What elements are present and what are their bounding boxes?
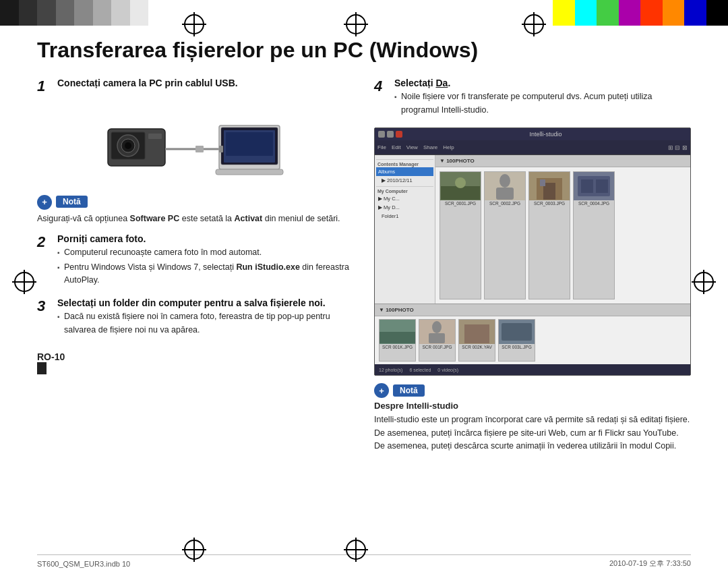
ss-main: ▼ 100PHOTO SCR_0001.JPG bbox=[435, 155, 690, 304]
svg-point-32 bbox=[432, 321, 442, 333]
page-number-bar bbox=[37, 362, 47, 374]
ss-maximize[interactable] bbox=[387, 131, 394, 138]
ss-bt-4-label: SCR 003L.JPG bbox=[500, 344, 533, 350]
file-info-right: 2010-07-19 오후 7:33:50 bbox=[609, 558, 691, 569]
ss-bt-4-img bbox=[499, 320, 535, 344]
ss-close[interactable] bbox=[396, 131, 402, 138]
step-4-number: 4 bbox=[374, 78, 389, 95]
ss-sidebar-folder[interactable]: Folder1 bbox=[376, 212, 433, 221]
intelli-studio-screenshot: Intelli-studio File Edit View Share Help… bbox=[374, 127, 691, 376]
ss-thumb-1[interactable]: SCR_0001.JPG bbox=[439, 171, 481, 299]
reg-mark-right bbox=[692, 270, 716, 294]
ss-icons: ⊞ ⊟ ⊠ bbox=[668, 144, 688, 151]
svg-point-17 bbox=[455, 177, 466, 188]
ss-thumb-4-img bbox=[574, 172, 614, 200]
note-box-2: + Notă Despre Intelli-studio Intelli-stu… bbox=[374, 382, 691, 453]
swatch-gray4 bbox=[111, 0, 130, 26]
ss-titlebar: Intelli-studio bbox=[375, 128, 690, 140]
svg-point-19 bbox=[499, 174, 510, 188]
swatch-red bbox=[640, 0, 663, 26]
ss-sidebar-myd[interactable]: ▶ My D... bbox=[376, 203, 433, 212]
ss-menu-share[interactable]: Share bbox=[423, 144, 437, 150]
ss-bt-1-label: SCR 001K.JPG bbox=[381, 344, 414, 350]
note-icon-2: + bbox=[374, 383, 389, 398]
camera-illustration bbox=[37, 105, 354, 186]
swatch-magenta bbox=[619, 0, 641, 26]
ss-bt-3[interactable]: SCR 002K.YAV bbox=[458, 319, 495, 362]
swatch-yellow bbox=[553, 0, 575, 26]
swatch-light bbox=[130, 0, 149, 26]
ss-status-selected: 6 selected bbox=[409, 368, 431, 372]
step-3: 3 Selectați un folder din computer pentr… bbox=[37, 297, 354, 338]
ss-thumb-3-img bbox=[529, 172, 570, 200]
ss-menu-view[interactable]: View bbox=[406, 144, 418, 150]
step-3-bullet-1: Dacă nu există fișiere noi în camera fot… bbox=[57, 310, 354, 337]
right-column: 4 Selectați Da. Noile fișiere vor fi tra… bbox=[374, 78, 691, 461]
step-2-bullet-1: Computerul recunoaște camera foto în mod… bbox=[57, 246, 354, 259]
swatch-black bbox=[0, 0, 19, 26]
two-column-layout: 1 Conectați camera la PC prin cablul USB… bbox=[37, 78, 691, 461]
ss-sidebar-date[interactable]: ▶ 2010/12/11 bbox=[376, 176, 433, 185]
ss-menu-edit[interactable]: Edit bbox=[392, 144, 401, 150]
swatch-orange bbox=[663, 0, 685, 26]
ss-bt-2[interactable]: SCR 001F.JPG bbox=[419, 319, 456, 362]
step-3-title: Selectați un folder din computer pentru … bbox=[57, 297, 354, 308]
step-2-bullet-2: Pentru Windows Vista și Windows 7, selec… bbox=[57, 261, 354, 287]
svg-rect-13 bbox=[216, 169, 283, 175]
ss-bt-3-img bbox=[459, 320, 495, 344]
ss-bottom: ▼ 100PHOTO SCR 001K.JPG SCR bbox=[375, 304, 690, 364]
ss-sidebar-albums[interactable]: Albums bbox=[376, 167, 433, 176]
ss-menu-help[interactable]: Help bbox=[443, 144, 454, 150]
page-number-text: RO-10 bbox=[37, 351, 354, 362]
note-label-row-2: + Notă bbox=[374, 382, 691, 398]
ss-thumb-1-img bbox=[440, 172, 481, 200]
step-4-title: Selectați Da. bbox=[394, 78, 691, 88]
step-3-number: 3 bbox=[37, 297, 52, 315]
file-info-left: ST600_QSM_EUR3.indb 10 bbox=[37, 560, 130, 568]
note-text-1: Asigurați-vă că opțiunea Software PC est… bbox=[37, 212, 340, 225]
reg-mark-top-left bbox=[182, 12, 206, 36]
ss-bt-3-label: SCR 002K.YAV bbox=[460, 344, 493, 350]
ss-toolbar: File Edit View Share Help ⊞ ⊟ ⊠ bbox=[375, 140, 690, 155]
note-label-row-1: + Notă bbox=[37, 194, 340, 210]
ss-bottom-thumbs: SCR 001K.JPG SCR 001F.JPG bbox=[375, 316, 690, 364]
svg-rect-33 bbox=[429, 333, 445, 343]
ss-title: Intelli-studio bbox=[404, 131, 687, 138]
swatch-dark1 bbox=[19, 0, 38, 26]
ss-bt-4[interactable]: SCR 003L.JPG bbox=[498, 319, 535, 362]
swatch-black2 bbox=[706, 0, 729, 26]
step-1-content: Conectați camera la PC prin cablul USB. bbox=[57, 78, 354, 90]
ss-thumb-4-label: SCR_0004.JPG bbox=[577, 200, 611, 206]
reg-mark-bottom-left bbox=[182, 538, 206, 562]
step-2: 2 Porniți camera foto. Computerul recuno… bbox=[37, 233, 354, 288]
ss-bt-1-img bbox=[380, 320, 415, 344]
note2-subtitle: Despre Intelli-studio bbox=[374, 401, 691, 411]
ss-sidebar-myc[interactable]: ▶ My C... bbox=[376, 194, 433, 203]
svg-rect-27 bbox=[581, 179, 593, 193]
ss-sidebar: Contents Manager Albums ▶ 2010/12/11 My … bbox=[375, 155, 435, 304]
svg-rect-24 bbox=[540, 179, 545, 186]
ss-menu-file[interactable]: File bbox=[377, 144, 386, 150]
ss-status-photos: 12 photo(s) bbox=[379, 368, 402, 372]
page-number-area: RO-10 bbox=[37, 351, 354, 374]
svg-rect-7 bbox=[195, 146, 204, 152]
ss-thumb-4[interactable]: SCR_0004.JPG bbox=[573, 171, 615, 299]
step-2-title: Porniți camera foto. bbox=[57, 233, 354, 244]
ss-thumb-3[interactable]: SCR_0003.JPG bbox=[528, 171, 570, 299]
ss-sidebar-section-contents: Contents Manager bbox=[376, 159, 433, 167]
svg-rect-5 bbox=[148, 134, 162, 139]
svg-rect-14 bbox=[219, 146, 223, 152]
camera-usb-svg bbox=[101, 109, 290, 183]
ss-body: Contents Manager Albums ▶ 2010/12/11 My … bbox=[375, 155, 690, 304]
ss-minimize[interactable] bbox=[378, 131, 385, 138]
ss-bottom-bar: ▼ 100PHOTO bbox=[375, 304, 690, 316]
svg-rect-35 bbox=[464, 324, 489, 343]
note-badge-1: Notă bbox=[56, 196, 88, 208]
note-box-1: + Notă Asigurați-vă că opțiunea Software… bbox=[37, 194, 354, 225]
svg-rect-30 bbox=[380, 332, 415, 343]
ss-thumb-2[interactable]: SCR_0002.JPG bbox=[484, 171, 526, 299]
swatch-gray2 bbox=[74, 0, 93, 26]
ss-thumb-2-label: SCR_0002.JPG bbox=[488, 200, 522, 206]
ss-bt-1[interactable]: SCR 001K.JPG bbox=[379, 319, 416, 362]
ss-thumbnails-top: SCR_0001.JPG SCR_0002.JPG bbox=[435, 167, 690, 304]
